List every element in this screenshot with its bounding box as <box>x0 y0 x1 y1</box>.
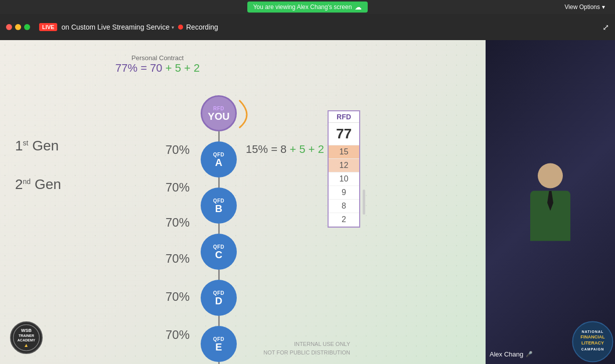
formula-15: 15% = 8 + 5 + 2 <box>246 143 324 156</box>
chevron-down-icon: ▾ <box>602 4 605 11</box>
svg-text:CAMPAIGN: CAMPAIGN <box>581 347 604 351</box>
nfl-badge-svg: NATIONAL FINANCIAL LITERACY CAMPAIGN <box>571 320 614 363</box>
circle-c: QFD C <box>201 234 237 270</box>
traffic-lights <box>6 24 30 30</box>
connector-5 <box>218 362 220 364</box>
presentation-area: Personal Contract 77% = 70 + 5 + 2 1st G… <box>0 40 486 364</box>
svg-text:LITERACY: LITERACY <box>581 340 604 345</box>
microphone-icon: 🎤 <box>526 351 533 357</box>
main-content: Personal Contract 77% = 70 + 5 + 2 1st G… <box>0 40 615 364</box>
person-body <box>530 191 570 241</box>
webcam-panel: Alex Chang 🎤 NATIONAL FINANCIAL LITERACY… <box>486 40 615 364</box>
recording-indicator: Recording <box>178 23 218 31</box>
connector-1 <box>218 177 220 188</box>
rfd-row-8: 8 <box>329 200 359 213</box>
close-button[interactable] <box>6 24 12 30</box>
personal-contract-label: Personal Contract <box>115 54 200 62</box>
screen-share-indicator: You are viewing Alex Chang's screen ☁ <box>247 2 368 13</box>
rfd-table: RFD 77 15 12 10 9 8 2 <box>328 110 360 228</box>
svg-text:ACADEMY: ACADEMY <box>18 338 36 342</box>
rfd-row-10: 10 <box>329 172 359 186</box>
connector-4 <box>218 316 220 326</box>
minimize-button[interactable] <box>15 24 21 30</box>
rfd-table-header: RFD <box>329 111 359 123</box>
personal-contract-section: Personal Contract 77% = 70 + 5 + 2 <box>115 54 200 75</box>
live-badge: LIVE <box>39 23 57 31</box>
personal-contract-formula: 77% = 70 + 5 + 2 <box>115 62 200 75</box>
service-dropdown-arrow[interactable]: ▾ <box>172 25 174 30</box>
rfd-row-12: 12 <box>329 159 359 172</box>
circle-b: QFD B <box>201 188 237 224</box>
sidebar-resize-handle[interactable] <box>363 190 365 215</box>
presenter-name: Alex Chang <box>490 350 523 358</box>
pct-70-5: 70% <box>166 290 190 304</box>
webcam-video: Alex Chang 🎤 NATIONAL FINANCIAL LITERACY… <box>486 40 615 364</box>
presenter-figure <box>530 163 570 241</box>
gen2-label: 2nd Gen <box>15 176 61 193</box>
service-label: on Custom Live Streaming Service ▾ <box>61 23 174 31</box>
rfd-row-15: 15 <box>329 145 359 159</box>
pct-70-6: 70% <box>166 328 190 342</box>
presenter-name-overlay: Alex Chang 🎤 <box>490 350 533 358</box>
circle-you: RFD YOU <box>201 95 237 131</box>
svg-text:FINANCIAL: FINANCIAL <box>580 334 605 339</box>
gen1-label: 1st Gen <box>15 138 59 154</box>
window-bar: LIVE on Custom Live Streaming Service ▾ … <box>0 14 615 40</box>
wsb-badge-svg: WSB TRAINER ACADEMY <box>13 324 40 351</box>
pct-70-4: 70% <box>166 252 190 266</box>
pct-70-1: 70% <box>166 143 190 157</box>
arc-decoration <box>237 98 257 130</box>
circle-a: QFD A <box>201 141 237 177</box>
svg-text:WSB: WSB <box>21 328 32 333</box>
rfd-row-2: 2 <box>329 213 359 227</box>
svg-text:NATIONAL: NATIONAL <box>581 330 603 333</box>
circle-e: QFD E <box>201 326 237 362</box>
view-options-button[interactable]: View Options ▾ <box>565 4 605 11</box>
circle-d: QFD D <box>201 280 237 316</box>
watermark: INTERNAL USE ONLY NOT FOR PUBLIC DISTRIB… <box>263 340 350 356</box>
expand-button[interactable]: ⤢ <box>602 23 609 32</box>
screen-share-bar: You are viewing Alex Chang's screen ☁ Vi… <box>0 0 615 14</box>
pct-70-3: 70% <box>166 216 190 230</box>
cloud-icon: ☁ <box>355 3 362 11</box>
pct-70-2: 70% <box>166 180 190 195</box>
nfl-badge: NATIONAL FINANCIAL LITERACY CAMPAIGN <box>570 319 615 364</box>
connector-3 <box>218 270 220 280</box>
recording-dot <box>178 25 183 30</box>
svg-text:TRAINER: TRAINER <box>19 334 34 337</box>
circle-chain: RFD YOU QFD A QFD B QFD C <box>201 95 237 364</box>
connector-0 <box>218 131 220 141</box>
wsb-logo: WSB TRAINER ACADEMY <box>10 321 43 354</box>
person-tie <box>547 191 553 211</box>
screen-share-text: You are viewing Alex Chang's screen <box>253 4 352 11</box>
maximize-button[interactable] <box>24 24 30 30</box>
wsb-circle: WSB TRAINER ACADEMY <box>10 321 43 354</box>
rfd-row-77: 77 <box>329 123 359 145</box>
person-head <box>538 163 563 189</box>
connector-2 <box>218 224 220 234</box>
rfd-row-9: 9 <box>329 186 359 200</box>
